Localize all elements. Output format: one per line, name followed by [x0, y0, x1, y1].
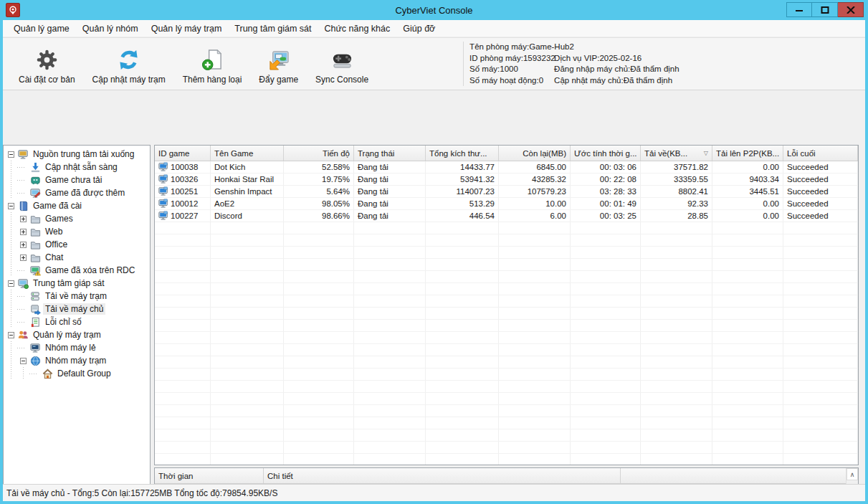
th-m-h-ng-lo-i-button[interactable]: Thêm hàng loại	[174, 39, 251, 90]
folder-icon	[29, 239, 41, 250]
empty-cell	[155, 356, 211, 369]
cell-value: Đang tải	[358, 163, 388, 171]
maximize-button[interactable]	[812, 2, 838, 17]
column-header-8[interactable]: Tải về(KB...▽	[641, 146, 712, 161]
tree-connector	[17, 186, 29, 199]
empty-cell	[641, 308, 712, 320]
table-row[interactable]: 100227Discord98.66%Đang tải446.546.0000:…	[155, 210, 858, 222]
cell-3: 19.75%	[284, 173, 354, 186]
tree-item-game-c-th-m[interactable]: Game đã được thêm	[5, 186, 149, 199]
cell-value: 0.00	[763, 163, 779, 171]
tree-item-games[interactable]: Games	[5, 212, 149, 225]
tree-item-ngu-n-trung-t-m-t-i-xu-ng[interactable]: Nguồn trung tâm tải xuống	[5, 148, 149, 161]
empty-cell	[783, 295, 858, 308]
tree-item-l-i-ch-s-[interactable]: Lỗi chỉ số	[5, 315, 149, 328]
column-header-2[interactable]: Tên Game	[211, 146, 284, 161]
empty-cell	[354, 454, 426, 465]
download-table: ID gameTên GameTiến độTrạng tháiTổng kíc…	[154, 145, 859, 465]
empty-cell	[712, 405, 783, 417]
tree-item-default-group[interactable]: Default Group	[5, 367, 149, 380]
tree-item-game-x-a-tr-n-rdc[interactable]: Game đã xóa trên RDC	[5, 264, 149, 277]
column-header-label: ID game	[158, 149, 189, 158]
collapse-icon[interactable]	[8, 280, 14, 287]
empty-cell	[284, 332, 354, 344]
table-row[interactable]: 100251Genshin Impact5.64%Đang tải114007.…	[155, 186, 858, 198]
cell-value: 100326	[171, 175, 198, 184]
empty-cell	[155, 283, 211, 295]
cell-4: Đang tải	[354, 173, 426, 186]
tree-item-c-p-nh-t-s-n-s-ng[interactable]: Cập nhật sẵn sàng	[5, 161, 149, 173]
tree-item-game-c-i[interactable]: Game đã cài	[5, 199, 149, 212]
cell-value: 33359.55	[674, 175, 708, 184]
tree-item-qu-n-l-m-y-tr-m[interactable]: Quản lý máy trạm	[5, 328, 149, 341]
empty-cell	[641, 271, 712, 283]
menu-item-2[interactable]: Quản lý nhóm	[76, 22, 145, 36]
collapse-icon[interactable]	[8, 151, 14, 158]
expand-icon[interactable]	[20, 255, 27, 261]
tree-item-t-i-v-m-y-ch-[interactable]: Tải về máy chủ	[5, 303, 149, 315]
tree-item-nh-m-m-y-l-[interactable]: Nhóm máy lẻ	[5, 341, 149, 354]
cell-value: 00: 03: 25	[600, 211, 636, 220]
cell-6: 107579.23	[499, 186, 571, 198]
empty-cell	[211, 393, 284, 405]
empty-cell	[284, 356, 354, 369]
empty-row	[155, 429, 858, 442]
cell-value: Đang tải	[358, 211, 388, 220]
expand-icon[interactable]	[20, 216, 27, 222]
tree-item-label: Game đã được thêm	[43, 187, 127, 199]
cell-2: AoE2	[211, 198, 284, 210]
empty-cell	[354, 259, 426, 271]
expand-icon[interactable]	[20, 229, 27, 235]
collapse-icon[interactable]	[20, 358, 27, 364]
collapse-icon[interactable]	[8, 332, 14, 338]
collapse-icon[interactable]	[8, 203, 14, 209]
tree-item-game-ch-a-t-i[interactable]: Game chưa tải	[5, 173, 149, 186]
cell-value: Genshin Impact	[214, 187, 272, 196]
tree-item-nh-m-m-y-tr-m[interactable]: Nhóm máy trạm	[5, 354, 149, 367]
table-row[interactable]: 100038Dot Kich52.58%Đang tải14433.776845…	[155, 161, 858, 173]
expand-icon[interactable]	[20, 242, 27, 248]
column-header-9[interactable]: Tải lên P2P(KB...	[712, 146, 783, 161]
column-header-5[interactable]: Tổng kích thư...	[426, 146, 499, 161]
empty-cell	[712, 234, 783, 247]
tree-item-chat[interactable]: Chat	[5, 251, 149, 264]
cell-4: Đang tải	[354, 186, 426, 198]
tree-item-office[interactable]: Office	[5, 238, 149, 251]
tree-guide	[5, 173, 17, 186]
scroll-up-button[interactable]: ∧	[846, 468, 858, 480]
table-row[interactable]: 100012AoE298.05%Đang tải513.2910.0000: 0…	[155, 198, 858, 210]
tree-item-trung-t-m-gi-p-s-t[interactable]: Trung tâm giáp sát	[5, 277, 149, 290]
column-header-6[interactable]: Còn lại(MB)	[499, 146, 571, 161]
column-header-7[interactable]: Ước tính thời g...	[571, 146, 641, 161]
empty-cell	[499, 271, 571, 283]
empty-cell	[571, 320, 641, 332]
c-i-t-c-b-n-button[interactable]: Cài đặt cơ bản	[10, 39, 84, 90]
table-row[interactable]: 100326Honkai Star Rail19.75%Đang tải5394…	[155, 173, 858, 186]
column-header-1[interactable]: ID game	[155, 146, 211, 161]
log-column-header-1[interactable]: Thời gian	[155, 468, 264, 483]
empty-cell	[426, 356, 499, 369]
minimize-button[interactable]	[786, 2, 812, 17]
log-column-header-2[interactable]: Chi tiết	[264, 468, 621, 483]
window-controls	[786, 2, 864, 17]
cell-value: 0.00	[763, 199, 779, 208]
close-button[interactable]	[838, 2, 864, 17]
-y-game-button[interactable]: Đẩy game	[250, 39, 307, 90]
menu-item-5[interactable]: Chức năng khác	[318, 22, 397, 36]
column-header-4[interactable]: Trạng thái	[354, 146, 426, 161]
column-header-10[interactable]: Lỗi cuối	[783, 146, 858, 161]
tree-item-t-i-v-m-y-tr-m[interactable]: Tải về máy trạm	[5, 290, 149, 303]
menu-item-3[interactable]: Quản lý máy trạm	[145, 22, 229, 36]
menu-item-1[interactable]: Quản lý game	[7, 22, 76, 36]
content-area: Nguồn trung tâm tải xuốngCập nhật sẵn sà…	[3, 90, 865, 485]
toolbar-buttons: Cài đặt cơ bảnCập nhật máy trạmThêm hàng…	[3, 38, 377, 90]
app-window: CyberViet Console Quản lý gameQuản lý nh…	[0, 0, 868, 504]
menu-item-6[interactable]: Giúp đỡ	[396, 22, 442, 36]
menu-item-4[interactable]: Trung tâm giám sát	[228, 22, 318, 36]
cell-9: 0.00	[712, 210, 783, 222]
column-header-3[interactable]: Tiến độ	[284, 146, 354, 161]
tree-item-web[interactable]: Web	[5, 225, 149, 238]
empty-cell	[499, 247, 571, 259]
sync-console-button[interactable]: Sync Console	[307, 39, 377, 90]
c-p-nh-t-m-y-tr-m-button[interactable]: Cập nhật máy trạm	[84, 39, 174, 90]
